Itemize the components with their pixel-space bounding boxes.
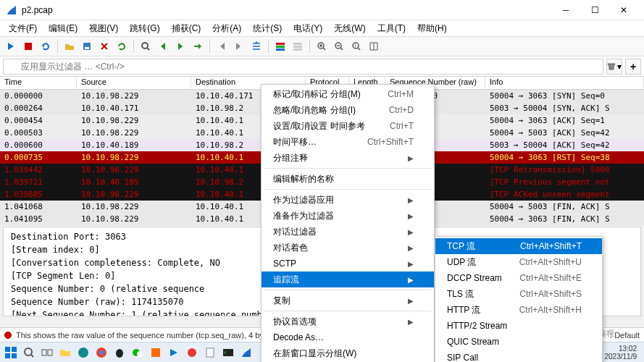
menubar: 文件(F)编辑(E)视图(V)跳转(G)捕获(C)分析(A)统计(S)电话(Y)… (0, 20, 644, 36)
menu-item[interactable]: 分析(A) (208, 21, 246, 36)
wireshark-icon[interactable] (238, 345, 254, 361)
svg-rect-5 (276, 46, 285, 48)
expert-info-icon[interactable] (4, 332, 12, 339)
menu-item[interactable]: 视图(V) (85, 21, 122, 36)
menu-item[interactable]: TCP 流Ctrl+Alt+Shift+T (435, 238, 602, 254)
go-last-button[interactable] (231, 38, 247, 54)
menu-item[interactable]: TLS 流Ctrl+Alt+Shift+S (435, 286, 602, 302)
menu-item[interactable]: SCTP▶ (262, 256, 434, 272)
svg-point-3 (142, 43, 148, 49)
titlebar: p2.pcap ─ ☐ ✕ (0, 0, 644, 20)
svg-rect-9 (293, 49, 302, 51)
go-back-button[interactable] (155, 38, 171, 54)
go-to-button[interactable] (190, 38, 206, 54)
menu-item[interactable]: 电话(Y) (289, 21, 327, 36)
filter-bar: ▾ + (0, 56, 644, 77)
svg-point-24 (116, 349, 123, 358)
svg-rect-19 (42, 350, 46, 355)
menu-item[interactable]: 对话着色▶ (262, 240, 434, 256)
menu-item[interactable]: SIP Call (435, 350, 602, 362)
menu-item[interactable]: 准备作为过滤器▶ (262, 208, 434, 224)
column-header[interactable]: Info (485, 77, 644, 89)
menu-item[interactable]: Decode As… (262, 329, 434, 345)
menu-item[interactable]: 在新窗口显示分组(W) (262, 345, 434, 361)
open-file-button[interactable] (62, 38, 78, 54)
menu-item[interactable]: HTTP/2 Stream (435, 318, 602, 334)
maximize-button[interactable]: ☐ (580, 1, 609, 19)
zoom-reset-button[interactable]: 1 (348, 38, 364, 54)
colorize-button[interactable] (272, 38, 288, 54)
follow-stream-submenu[interactable]: TCP 流Ctrl+Alt+Shift+TUDP 流Ctrl+Alt+Shift… (435, 236, 603, 362)
svg-text:1: 1 (354, 43, 357, 48)
search-icon[interactable] (21, 345, 37, 361)
menu-item[interactable]: 标记/取消标记 分组(M)Ctrl+M (262, 86, 434, 102)
menu-item[interactable]: 编辑解析的名称 (262, 171, 434, 187)
stop-capture-button[interactable] (20, 38, 36, 54)
svg-point-26 (137, 351, 143, 357)
menu-item[interactable]: 编辑(E) (44, 21, 82, 36)
notepad-icon[interactable] (202, 345, 218, 361)
tray-clock[interactable]: 13:022023/11/9 (601, 345, 642, 361)
menu-item[interactable]: 时间平移…Ctrl+Shift+T (262, 134, 434, 150)
close-file-button[interactable] (96, 38, 112, 54)
start-capture-button[interactable] (3, 38, 19, 54)
start-button[interactable] (3, 345, 19, 361)
context-menu[interactable]: 标记/取消标记 分组(M)Ctrl+M忽略/取消忽略 分组(I)Ctrl+D设置… (261, 84, 435, 362)
svg-rect-8 (293, 46, 302, 48)
resize-columns-button[interactable] (366, 38, 382, 54)
menu-item[interactable]: 帮助(H) (413, 21, 451, 36)
display-filter-input[interactable] (3, 59, 603, 75)
svg-point-23 (99, 350, 104, 355)
menu-item[interactable]: 无线(W) (330, 21, 369, 36)
app-icon[interactable] (148, 345, 164, 361)
window-title: p2.pcap (22, 5, 551, 15)
filter-expression-button[interactable]: + (625, 59, 641, 75)
menu-item[interactable]: 统计(S) (248, 21, 286, 36)
wechat-icon[interactable] (130, 345, 146, 361)
column-header[interactable]: Time (0, 77, 77, 89)
zoom-in-button[interactable] (314, 38, 330, 54)
zoom-out-button[interactable] (331, 38, 347, 54)
go-first-button[interactable] (214, 38, 230, 54)
menu-item[interactable]: QUIC Stream (435, 334, 602, 350)
menu-item[interactable]: 协议首选项▶ (262, 313, 434, 329)
menu-item[interactable]: 设置/取消设置 时间参考Ctrl+T (262, 118, 434, 134)
menu-item[interactable]: 忽略/取消忽略 分组(I)Ctrl+D (262, 102, 434, 118)
restart-capture-button[interactable] (38, 38, 54, 54)
column-header[interactable]: Source (77, 77, 191, 89)
no-colorize-button[interactable] (290, 38, 306, 54)
menu-item[interactable]: DCCP StreamCtrl+Alt+Shift+E (435, 270, 602, 286)
reload-button[interactable] (114, 38, 130, 54)
app2-icon[interactable] (184, 345, 200, 361)
qq-icon[interactable] (112, 345, 127, 361)
filter-apply-button[interactable]: ▾ (606, 59, 622, 75)
menu-item[interactable]: HTTP 流Ctrl+Alt+Shift+H (435, 302, 602, 318)
minimize-button[interactable]: ─ (551, 1, 580, 19)
menu-item[interactable]: 追踪流▶ (262, 272, 434, 287)
save-file-button[interactable] (79, 38, 95, 54)
autoscroll-button[interactable] (248, 38, 264, 54)
edge-icon[interactable] (75, 345, 91, 361)
taskview-icon[interactable] (39, 345, 55, 361)
vscode-icon[interactable] (166, 345, 182, 361)
menu-item[interactable]: 工具(T) (373, 21, 410, 36)
close-button[interactable]: ✕ (609, 1, 638, 19)
menu-item[interactable]: 分组注释▶ (262, 150, 434, 166)
find-button[interactable] (138, 38, 154, 54)
go-forward-button[interactable] (172, 38, 188, 54)
menu-item[interactable]: 捕获(C) (167, 21, 206, 36)
menu-item[interactable]: 对话过滤器▶ (262, 224, 434, 240)
explorer-icon[interactable] (57, 345, 73, 361)
svg-rect-16 (5, 353, 10, 358)
app-icon (6, 4, 17, 16)
terminal-icon[interactable] (220, 345, 236, 361)
svg-rect-29 (206, 348, 214, 357)
menu-item[interactable]: 作为过滤器应用▶ (262, 192, 434, 208)
menu-item[interactable]: UDP 流Ctrl+Alt+Shift+U (435, 254, 602, 270)
menu-item[interactable]: 跳转(G) (125, 21, 164, 36)
svg-rect-4 (276, 43, 285, 45)
svg-rect-0 (25, 43, 32, 50)
menu-item[interactable]: 文件(F) (4, 21, 41, 36)
chrome-icon[interactable] (93, 345, 109, 361)
menu-item[interactable]: 复制▶ (262, 292, 434, 308)
